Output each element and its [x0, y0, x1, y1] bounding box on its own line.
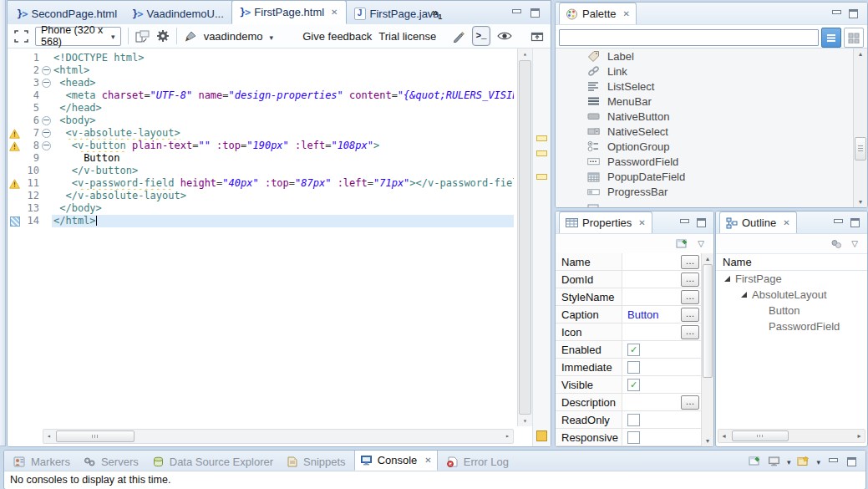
code-line[interactable]: 12 </v-absolute-layout>: [8, 190, 514, 202]
scrollbar-thumb[interactable]: [703, 264, 713, 378]
code-line[interactable]: 14</html>: [8, 215, 514, 227]
pencil-icon[interactable]: [452, 30, 465, 43]
fold-collapse-icon[interactable]: [42, 116, 51, 125]
editor-tab[interactable]: }>SecondPage.html: [9, 3, 124, 24]
code-line[interactable]: 6 <body>: [8, 115, 514, 127]
close-icon[interactable]: ✕: [783, 218, 789, 227]
code-line[interactable]: 13 </body>: [8, 202, 514, 215]
editor-tab[interactable]: }>FirstPage.html✕: [231, 0, 347, 24]
console-tab[interactable]: Servers: [79, 452, 144, 471]
palette-search-input[interactable]: [559, 29, 819, 46]
vertical-scrollbar[interactable]: ▴ ▾: [517, 48, 532, 426]
minimize-button[interactable]: [510, 8, 522, 18]
palette-item[interactable]: OptionGroup: [556, 139, 867, 154]
palette-item[interactable]: ProgressBar: [556, 184, 867, 199]
outline-node[interactable]: Button: [716, 303, 867, 318]
scrollbar-thumb[interactable]: [732, 430, 789, 441]
checkbox[interactable]: [627, 361, 640, 374]
scrollbar-thumb[interactable]: [56, 430, 135, 442]
checkbox[interactable]: [627, 414, 640, 426]
overview-warning-mark[interactable]: [536, 150, 547, 156]
selection-frame-icon[interactable]: [14, 30, 28, 43]
brush-icon[interactable]: [184, 30, 197, 43]
ellipsis-button[interactable]: …: [681, 395, 699, 410]
tab-palette[interactable]: Palette ✕: [559, 3, 637, 24]
palette-item[interactable]: NativeButton: [556, 109, 867, 124]
scrollbar-thumb[interactable]: [855, 137, 866, 160]
chevron-down-icon[interactable]: [816, 455, 820, 467]
view-menu-icon[interactable]: [851, 240, 858, 248]
close-icon[interactable]: ✕: [638, 218, 645, 227]
code-line[interactable]: 1<!DOCTYPE html>: [8, 52, 514, 64]
device-size-select[interactable]: Phone (320 x 568): [35, 27, 121, 46]
scrollbar-thumb[interactable]: [519, 60, 531, 415]
horizontal-scrollbar[interactable]: ◂ ▸: [43, 429, 514, 444]
fold-collapse-icon[interactable]: [42, 79, 51, 88]
trial-license-button[interactable]: Trial license: [378, 30, 436, 43]
outline-node[interactable]: PasswordField: [716, 318, 867, 334]
code-line[interactable]: 2<html>: [8, 64, 514, 77]
display-console-icon[interactable]: [768, 456, 780, 466]
fold-collapse-icon[interactable]: [42, 141, 51, 150]
console-tab[interactable]: Data Source Explorer: [147, 452, 278, 471]
fold-collapse-icon[interactable]: [42, 129, 51, 138]
overview-warning-mark[interactable]: [536, 135, 547, 141]
console-tab[interactable]: Snippets: [282, 452, 351, 471]
scroll-down-icon[interactable]: ▾: [702, 436, 713, 446]
give-feedback-button[interactable]: Give feedback: [302, 30, 372, 43]
scroll-right-icon[interactable]: ▸: [502, 430, 513, 443]
ellipsis-button[interactable]: …: [681, 290, 699, 304]
grid-view-button[interactable]: [844, 28, 864, 48]
palette-item[interactable]: NativeSelect: [556, 124, 867, 139]
properties-scrollbar[interactable]: ▴ ▾: [701, 253, 713, 446]
scroll-left-icon[interactable]: ◂: [43, 430, 54, 443]
view-menu-icon[interactable]: [698, 240, 704, 248]
scroll-down-icon[interactable]: ▾: [854, 196, 867, 207]
orientation-icon[interactable]: [135, 30, 150, 43]
code-editor[interactable]: 1<!DOCTYPE html>2<html>3 <head>4 <meta c…: [8, 48, 551, 446]
checkbox[interactable]: [627, 431, 640, 444]
code-line[interactable]: 5 </head>: [8, 102, 514, 115]
chevron-down-icon[interactable]: [787, 455, 791, 467]
palette-item[interactable]: ListSelect: [556, 79, 867, 94]
minimize-button[interactable]: [830, 8, 842, 18]
tab-outline[interactable]: Outline ✕: [719, 211, 797, 233]
palette-item[interactable]: MenuBar: [556, 94, 867, 109]
palette-scrollbar[interactable]: ▴ ▾: [853, 48, 867, 207]
maximize-button[interactable]: [695, 217, 707, 227]
scroll-up-icon[interactable]: ▴: [854, 48, 867, 59]
open-console-icon[interactable]: [797, 456, 810, 466]
close-icon[interactable]: ✕: [331, 8, 338, 17]
theme-select[interactable]: vaadindemo: [204, 30, 263, 43]
checkbox[interactable]: ✓: [627, 344, 640, 356]
outline-node[interactable]: AbsoluteLayout: [716, 287, 867, 303]
fold-collapse-icon[interactable]: [42, 66, 51, 75]
terminal-mode-button[interactable]: [472, 26, 490, 46]
palette-item[interactable]: Label: [556, 48, 867, 64]
scroll-up-icon[interactable]: ▴: [518, 48, 532, 59]
outline-scrollbar[interactable]: ◂ ▸: [718, 429, 865, 443]
code-line[interactable]: 7 <v-absolute-layout>: [8, 127, 514, 140]
palette-item[interactable]: PasswordField: [556, 154, 867, 169]
console-tab[interactable]: Markers: [8, 452, 75, 471]
expand-arrow-icon[interactable]: [741, 292, 747, 298]
palette-item[interactable]: PopupDateField: [556, 169, 867, 184]
maximize-button[interactable]: [529, 8, 541, 18]
maximize-button[interactable]: [845, 456, 857, 466]
pin-console-icon[interactable]: [749, 456, 761, 466]
tab-properties[interactable]: Properties ✕: [559, 211, 652, 233]
close-icon[interactable]: ✕: [424, 456, 431, 465]
code-line[interactable]: 3 <head>: [8, 77, 514, 89]
ellipsis-button[interactable]: …: [681, 325, 699, 339]
tab-overflow-button[interactable]: 1: [432, 6, 442, 21]
palette-item[interactable]: Link: [556, 64, 867, 79]
scroll-down-icon[interactable]: ▾: [518, 415, 532, 426]
link-with-editor-icon[interactable]: [830, 239, 842, 249]
code-line[interactable]: 10 </v-button>: [8, 165, 514, 177]
overview-warning-mark[interactable]: [536, 174, 547, 180]
pin-properties-icon[interactable]: [676, 238, 688, 249]
console-tab[interactable]: Error Log: [441, 452, 514, 471]
code-line[interactable]: 4 <meta charset="UTF-8" name="design-pro…: [8, 89, 514, 102]
code-line[interactable]: 9 Button: [8, 152, 514, 165]
scroll-left-icon[interactable]: ◂: [718, 430, 729, 442]
